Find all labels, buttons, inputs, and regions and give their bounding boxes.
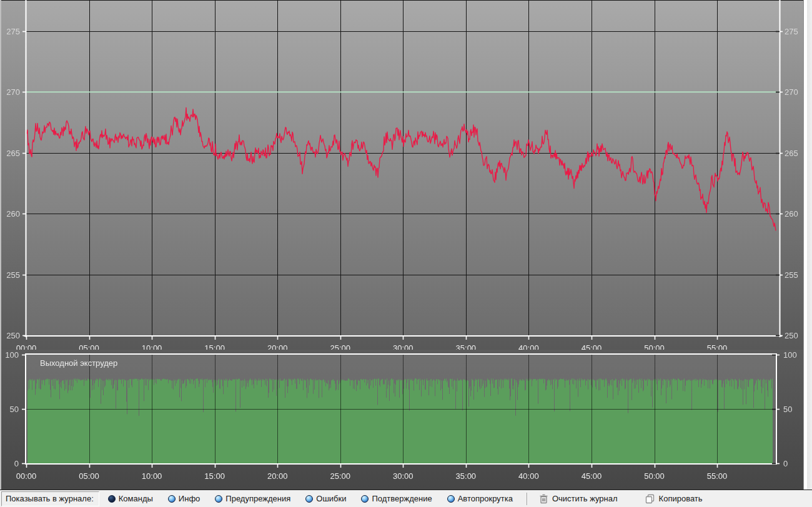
x-axis-tick-label: 30:00 (393, 471, 413, 481)
clear-log-button[interactable]: Очистить журнал (534, 493, 623, 505)
log-filter-toggle-5[interactable]: Подтверждение (357, 493, 435, 505)
y-axis-left-tick-label: 0 (14, 459, 19, 468)
log-filter-toggles: КомандыИнфоПредупрежденияОшибкиПодтвержд… (104, 493, 524, 505)
y-axis-left-tick-label: 275 (6, 27, 20, 36)
led-indicator-icon (168, 495, 176, 503)
y-axis-right-tick-label: 275 (785, 27, 798, 36)
y-axis-right-tick-label: 260 (785, 209, 798, 219)
log-filter-toggle-label: Ошибки (316, 494, 346, 503)
led-indicator-icon (305, 495, 313, 503)
x-axis-tick-label: 05:00 (79, 471, 99, 481)
x-axis-tick-label: 00:00 (16, 471, 37, 481)
vertical-scrollbar[interactable] (803, 0, 812, 490)
y-axis-left-tick-label: 265 (6, 148, 20, 157)
log-filter-toggle-3[interactable]: Предупреждения (211, 493, 294, 505)
log-toolbar: Показывать в журнале: КомандыИнфоПредупр… (0, 490, 812, 507)
temperature-trend-chart: 25025025525526026026526527027027527500:0… (0, 0, 812, 350)
log-filter-toggle-label: Команды (119, 494, 153, 503)
copy-icon (645, 494, 655, 504)
extruder-output-chart: Выходной экструдер 00505010010000:0005:0… (0, 350, 812, 490)
toolbar-separator (527, 493, 528, 505)
y-axis-right-tick-label: 270 (785, 87, 798, 97)
extruder-output-canvas[interactable] (0, 350, 812, 490)
log-filter-toggle-label: Автопрокрутка (458, 494, 513, 503)
y-axis-left-tick-label: 255 (6, 270, 20, 279)
y-axis-right-tick-label: 265 (785, 148, 798, 157)
y-axis-right-tick-label: 0 (783, 459, 788, 468)
copy-button[interactable]: Копировать (640, 493, 708, 505)
trash-icon (539, 494, 548, 504)
log-filter-toggle-2[interactable]: Инфо (164, 493, 204, 505)
log-filter-toggle-6[interactable]: Автопрокрутка (443, 493, 517, 505)
log-filter-label: Показывать в журнале: (6, 494, 94, 503)
log-filter-toggle-label: Подтверждение (372, 494, 432, 503)
x-axis-tick-label: 45:00 (582, 471, 602, 481)
temperature-trend-canvas[interactable] (0, 0, 812, 350)
y-axis-right-tick-label: 250 (785, 331, 798, 340)
x-axis-tick-label: 55:00 (707, 471, 728, 481)
y-axis-left-tick-label: 100 (5, 350, 19, 360)
log-filter-toggle-4[interactable]: Ошибки (302, 493, 350, 505)
led-indicator-icon (108, 495, 116, 503)
log-filter-toggle-1[interactable]: Команды (104, 493, 157, 505)
led-indicator-icon (215, 495, 222, 503)
y-axis-right-tick-label: 50 (783, 405, 792, 414)
led-indicator-icon (447, 495, 455, 503)
x-axis-tick-label: 50:00 (644, 471, 665, 481)
window-left-border (0, 0, 1, 490)
led-indicator-icon (361, 495, 369, 503)
copy-label: Копировать (659, 494, 703, 503)
y-axis-left-tick-label: 50 (10, 405, 19, 414)
x-axis-tick-label: 15:00 (204, 471, 225, 481)
x-axis-tick-label: 25:00 (330, 471, 350, 481)
log-filter-label-box: Показывать в журнале: (1, 491, 99, 506)
x-axis-tick-label: 20:00 (267, 471, 288, 481)
x-axis-tick-label: 10:00 (142, 471, 162, 481)
y-axis-right-tick-label: 255 (785, 270, 798, 279)
log-filter-toggle-label: Инфо (179, 494, 200, 503)
log-filter-toggle-label: Предупреждения (225, 494, 290, 503)
x-axis-tick-label: 35:00 (456, 471, 477, 481)
y-axis-left-tick-label: 270 (6, 87, 20, 97)
y-axis-left-tick-label: 260 (6, 209, 20, 219)
y-axis-left-tick-label: 250 (6, 331, 20, 340)
clear-log-label: Очистить журнал (552, 494, 618, 503)
y-axis-right-tick-label: 100 (783, 350, 797, 360)
extruder-chart-title: Выходной экструдер (40, 358, 117, 368)
x-axis-tick-label: 40:00 (518, 471, 539, 481)
trend-monitor-window: 25025025525526026026526527027027527500:0… (0, 0, 812, 507)
